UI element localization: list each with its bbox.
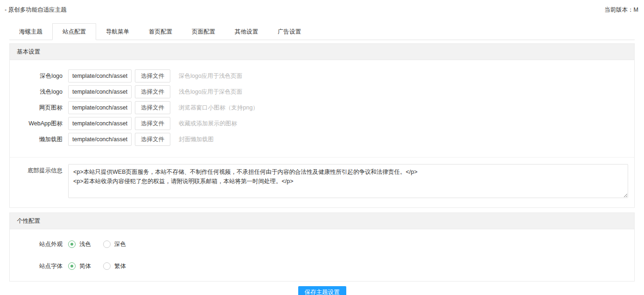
favicon-label: 网页图标 xyxy=(10,104,68,112)
form-row-lazyload-image: 懒加载图 选择文件 封面懒加载图 xyxy=(10,133,634,146)
tab-other-settings[interactable]: 其他设置 xyxy=(225,23,268,40)
webapp-icon-input[interactable] xyxy=(68,117,132,130)
lazyload-image-choose-file-button[interactable]: 选择文件 xyxy=(135,133,170,146)
light-logo-hint: 浅色logo应用于深色页面 xyxy=(179,88,242,96)
section-divider xyxy=(10,157,634,158)
light-logo-input[interactable] xyxy=(68,85,132,98)
basic-settings-header: 基本设置 xyxy=(10,44,634,60)
personal-config-panel: 个性配置 站点外观 浅色 深色 站点字体 简体 繁体 xyxy=(9,213,635,281)
footer-notice-label: 底部提示信息 xyxy=(10,164,68,175)
radio-option-label: 深色 xyxy=(114,240,126,248)
form-row-favicon: 网页图标 选择文件 浏览器窗口小图标（支持png） xyxy=(10,101,634,114)
form-row-site-font: 站点字体 简体 繁体 xyxy=(10,261,634,271)
form-row-site-appearance: 站点外观 浅色 深色 xyxy=(10,240,634,249)
site-appearance-option-light[interactable]: 浅色 xyxy=(68,240,91,248)
favicon-choose-file-button[interactable]: 选择文件 xyxy=(135,101,170,114)
basic-settings-panel: 基本设置 深色logo 选择文件 深色logo应用于浅色页面 浅色logo 选择… xyxy=(9,43,635,208)
personal-config-body: 站点外观 浅色 深色 站点字体 简体 繁体 xyxy=(10,229,634,281)
favicon-input[interactable] xyxy=(68,101,132,114)
form-row-light-logo: 浅色logo 选择文件 浅色logo应用于深色页面 xyxy=(10,85,634,98)
radio-icon xyxy=(103,240,111,248)
radio-icon xyxy=(68,240,76,248)
dark-logo-choose-file-button[interactable]: 选择文件 xyxy=(135,69,170,82)
tab-ad-settings[interactable]: 广告设置 xyxy=(268,23,311,40)
favicon-hint: 浏览器窗口小图标（支持png） xyxy=(179,104,259,112)
personal-config-header: 个性配置 xyxy=(10,213,634,229)
radio-icon xyxy=(103,262,111,270)
theme-tab-bar: 海螺主题 站点配置 导航菜单 首页配置 页面配置 其他设置 广告设置 xyxy=(9,23,635,40)
radio-icon xyxy=(68,262,76,270)
dark-logo-input[interactable] xyxy=(68,69,132,82)
footer-notice-textarea[interactable]: <p>本站只提供WEB页面服务，本站不存储、不制作任何视频，不承担任何由于内容的… xyxy=(68,164,628,198)
lazyload-image-label: 懒加载图 xyxy=(10,136,68,144)
lazyload-image-input[interactable] xyxy=(68,133,132,146)
tab-nav-menu[interactable]: 导航菜单 xyxy=(96,23,139,40)
basic-settings-body: 深色logo 选择文件 深色logo应用于浅色页面 浅色logo 选择文件 浅色… xyxy=(10,60,634,207)
tab-conch-theme[interactable]: 海螺主题 xyxy=(9,23,52,40)
radio-option-label: 浅色 xyxy=(79,240,91,248)
save-theme-settings-button[interactable]: 保存主题设置 xyxy=(298,286,346,295)
webapp-icon-label: WebApp图标 xyxy=(10,120,68,128)
form-row-webapp-icon: WebApp图标 选择文件 收藏或添加展示的图标 xyxy=(10,117,634,130)
tab-page-config[interactable]: 页面配置 xyxy=(182,23,225,40)
lazyload-image-hint: 封面懒加载图 xyxy=(179,136,214,144)
light-logo-label: 浅色logo xyxy=(10,88,68,96)
dark-logo-hint: 深色logo应用于浅色页面 xyxy=(179,72,242,80)
tab-home-config[interactable]: 首页配置 xyxy=(139,23,182,40)
save-bar: 保存主题设置 xyxy=(0,286,644,295)
webapp-icon-hint: 收藏或添加展示的图标 xyxy=(179,120,237,128)
top-bar: - 原创多功能自适应主题 当前版本：M xyxy=(0,0,644,14)
site-font-option-simplified[interactable]: 简体 xyxy=(68,262,91,270)
site-font-option-traditional[interactable]: 繁体 xyxy=(103,262,126,270)
form-row-dark-logo: 深色logo 选择文件 深色logo应用于浅色页面 xyxy=(10,69,634,82)
radio-option-label: 简体 xyxy=(79,262,91,270)
light-logo-choose-file-button[interactable]: 选择文件 xyxy=(135,85,170,98)
page-title: - 原创多功能自适应主题 xyxy=(5,6,67,14)
site-appearance-label: 站点外观 xyxy=(10,240,68,248)
tab-site-config[interactable]: 站点配置 xyxy=(52,23,96,40)
form-row-footer-notice: 底部提示信息 <p>本站只提供WEB页面服务，本站不存储、不制作任何视频，不承担… xyxy=(10,164,634,198)
site-appearance-option-dark[interactable]: 深色 xyxy=(103,240,126,248)
radio-option-label: 繁体 xyxy=(114,262,126,270)
current-version-label: 当前版本：M xyxy=(604,6,638,14)
webapp-icon-choose-file-button[interactable]: 选择文件 xyxy=(135,117,170,130)
dark-logo-label: 深色logo xyxy=(10,72,68,80)
site-font-label: 站点字体 xyxy=(10,262,68,270)
